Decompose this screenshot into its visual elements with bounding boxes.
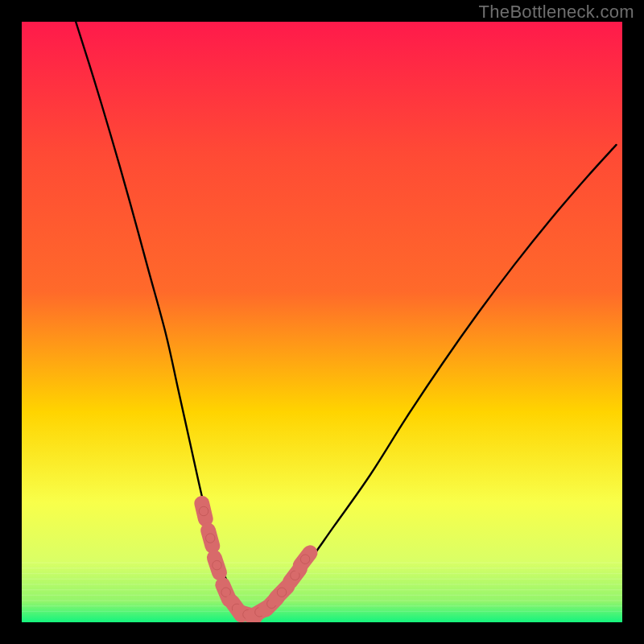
grid-band [22,584,622,584]
chart-frame: TheBottleneck.com [0,0,644,644]
chart-background [22,22,622,622]
curve-marker-dot [206,534,215,543]
grid-band [22,611,622,612]
grid-band [22,568,622,568]
grid-band [22,562,622,563]
curve-marker-dot [277,588,286,597]
curve-marker-dot [199,506,208,515]
grid-band [22,605,622,606]
curve-marker-dot [213,560,221,569]
grid-band [22,595,622,596]
bottleneck-chart [22,22,622,622]
watermark-text: TheBottleneck.com [479,2,634,23]
grid-band [22,573,622,574]
curve-marker-dot [300,555,309,564]
grid-band [22,600,622,601]
grid-band [22,589,622,590]
plot-area [22,22,622,622]
grid-band [22,579,622,580]
